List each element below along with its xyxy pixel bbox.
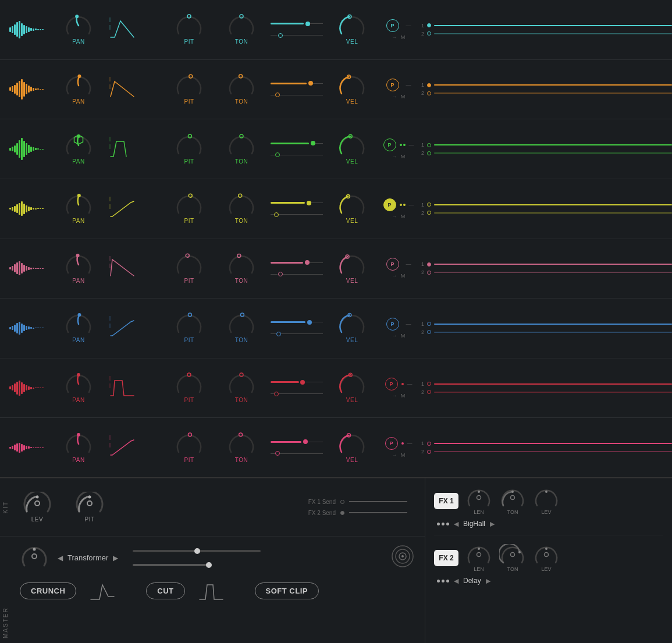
waveform-4 <box>0 251 52 285</box>
crunch-button[interactable]: CRUNCH <box>20 582 76 599</box>
master-content: ◀ Transformer ▶ <box>11 537 425 643</box>
fx2-prev[interactable]: ◀ <box>454 577 458 585</box>
pit-knob-0[interactable]: PIT <box>163 14 215 45</box>
vol-slider-1[interactable] <box>268 80 326 98</box>
vel-knob-2[interactable]: VEL <box>326 134 378 165</box>
fx2-badge[interactable]: FX 2 <box>434 550 458 566</box>
vel-knob-5[interactable]: VEL <box>326 312 378 343</box>
vol-slider-7[interactable] <box>268 439 326 456</box>
pan-knob-3[interactable]: PAN <box>52 193 105 224</box>
master-slider[interactable] <box>133 546 261 556</box>
fx2-ton-knob[interactable]: TON <box>498 544 527 572</box>
out1-3[interactable] <box>427 203 431 207</box>
svg-point-6 <box>77 74 81 78</box>
out2-1[interactable] <box>427 91 431 95</box>
ton-knob-5[interactable]: TON <box>215 312 268 343</box>
fx1-len-knob[interactable]: LEN <box>464 487 493 515</box>
pit-knob-6[interactable]: PIT <box>163 372 215 403</box>
out-cell-2: 1 2 <box>419 142 672 156</box>
fx2-next[interactable]: ▶ <box>486 577 490 585</box>
master-slider2[interactable] <box>133 560 261 570</box>
env-7 <box>105 433 163 462</box>
p-button-4[interactable]: P <box>386 258 399 271</box>
vel-knob-7[interactable]: VEL <box>326 432 378 463</box>
ton-knob-6[interactable]: TON <box>215 372 268 403</box>
p-button-5[interactable]: P <box>386 318 399 331</box>
pan-knob-6[interactable]: PAN <box>52 372 105 403</box>
out2-5[interactable] <box>427 330 431 334</box>
out2-3[interactable] <box>427 211 431 215</box>
ton-knob-4[interactable]: TON <box>215 253 268 284</box>
out1-5[interactable] <box>427 322 431 326</box>
kit-pit-knob[interactable]: PIT <box>63 492 116 523</box>
vol-slider-6[interactable] <box>268 379 326 397</box>
vol-slider-3[interactable] <box>268 200 326 218</box>
fx1-prev[interactable]: ◀ <box>454 520 458 528</box>
vel-knob-6[interactable]: VEL <box>326 372 378 403</box>
fx1-lev-knob[interactable]: LEV <box>532 487 561 515</box>
p-button-2[interactable]: P <box>383 138 396 151</box>
out2-0[interactable] <box>427 31 431 35</box>
vol-slider-2[interactable] <box>268 140 326 158</box>
waveform-7 <box>0 431 52 464</box>
pit-knob-5[interactable]: PIT <box>163 312 215 343</box>
soft-clip-button[interactable]: SOFT CLIP <box>255 582 319 599</box>
out1-0[interactable] <box>427 23 431 27</box>
pan-knob-1[interactable]: PAN <box>52 74 105 105</box>
out2-6[interactable] <box>427 390 431 394</box>
fx1-badge[interactable]: FX 1 <box>434 493 458 509</box>
pit-knob-7[interactable]: PIT <box>163 432 215 463</box>
channel-row-0: PAN PIT TON <box>0 0 672 60</box>
cut-button[interactable]: CUT <box>146 582 184 599</box>
pit-knob-4[interactable]: PIT <box>163 253 215 284</box>
pit-knob-3[interactable]: PIT <box>163 193 215 224</box>
pan-knob-0[interactable]: PAN <box>52 14 105 45</box>
fx1-ton-knob[interactable]: TON <box>498 487 527 515</box>
pan-knob-7[interactable]: PAN <box>52 432 105 463</box>
vol-slider-0[interactable] <box>268 21 326 38</box>
ton-knob-2[interactable]: TON <box>215 134 268 165</box>
out1-4[interactable] <box>427 262 431 267</box>
kit-lev-knob[interactable]: LEV <box>11 492 63 523</box>
vel-knob-3[interactable]: VEL <box>326 193 378 224</box>
pan-knob-2[interactable]: PAN <box>52 134 105 165</box>
transformer-prev[interactable]: ◀ <box>58 554 63 562</box>
fx2-len-knob[interactable]: LEN <box>464 544 493 572</box>
master-small-knob[interactable] <box>20 543 49 572</box>
p-button-0[interactable]: P <box>386 19 399 32</box>
out2-4[interactable] <box>427 271 431 275</box>
bottom-section: Kit LEV <box>0 477 672 643</box>
vel-knob-0[interactable]: VEL <box>326 14 378 45</box>
out1-7[interactable] <box>427 442 431 446</box>
out1-2[interactable] <box>427 143 431 147</box>
pan-knob-4[interactable]: PAN <box>52 253 105 284</box>
out1-1[interactable] <box>427 83 431 87</box>
pit-knob-2[interactable]: PIT <box>163 134 215 165</box>
fx-right-panel: FX 1 LEN <box>425 478 672 643</box>
vol-slider-5[interactable] <box>268 319 326 337</box>
out1-6[interactable] <box>427 382 431 386</box>
p-button-1[interactable]: P <box>386 79 399 91</box>
out2-7[interactable] <box>427 450 431 454</box>
fx1-next[interactable]: ▶ <box>490 520 495 528</box>
vel-knob-4[interactable]: VEL <box>326 253 378 284</box>
pm-cell-4: P — → M <box>378 258 419 279</box>
p-button-7[interactable]: P <box>385 437 398 450</box>
out2-2[interactable] <box>427 151 431 155</box>
ton-knob-7[interactable]: TON <box>215 432 268 463</box>
p-button-3[interactable]: P <box>383 198 396 211</box>
ton-knob-3[interactable]: TON <box>215 193 268 224</box>
vel-knob-1[interactable]: VEL <box>326 74 378 105</box>
transformer-next[interactable]: ▶ <box>113 554 118 562</box>
ton-knob-0[interactable]: TON <box>215 14 268 45</box>
pan-knob-5[interactable]: PAN <box>52 312 105 343</box>
pit-knob-1[interactable]: PIT <box>163 74 215 105</box>
vol-slider-4[interactable] <box>268 260 326 277</box>
out-cell-6: 1 2 <box>419 381 672 395</box>
pm-cell-0: P — → M <box>378 19 419 40</box>
ton-knob-1[interactable]: TON <box>215 74 268 105</box>
p-button-6[interactable]: P <box>385 378 398 390</box>
svg-point-60 <box>478 491 480 493</box>
svg-point-66 <box>511 553 515 557</box>
fx2-lev-knob[interactable]: LEV <box>532 544 561 572</box>
